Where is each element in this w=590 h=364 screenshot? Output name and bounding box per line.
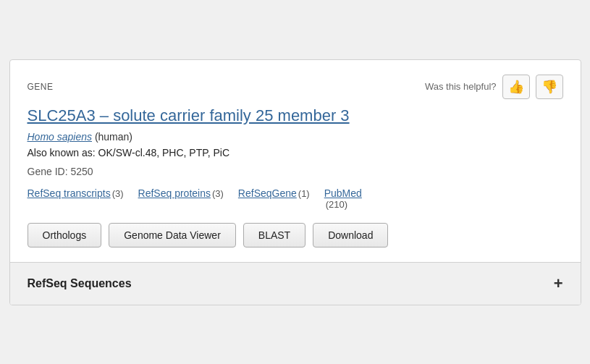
organism-line: Homo sapiens (human) bbox=[28, 131, 563, 143]
refseq-proteins-count: (3) bbox=[212, 188, 224, 199]
pubmed-group: PubMed (210) bbox=[324, 187, 362, 210]
refseq-transcripts-group: RefSeq transcripts (3) bbox=[28, 187, 124, 199]
gene-card: GENE Was this helpful? 👍 👎 SLC25A3 – sol… bbox=[9, 59, 581, 305]
links-row: RefSeq transcripts (3) RefSeq proteins (… bbox=[28, 187, 563, 210]
thumbs-down-button[interactable]: 👎 bbox=[536, 75, 563, 99]
download-button[interactable]: Download bbox=[313, 223, 388, 247]
refseq-transcripts-link[interactable]: RefSeq transcripts bbox=[28, 187, 111, 199]
organism-link[interactable]: Homo sapiens bbox=[28, 131, 93, 143]
also-known: Also known as: OK/SW-cl.48, PHC, PTP, Pi… bbox=[28, 147, 563, 158]
helpful-area: Was this helpful? 👍 👎 bbox=[425, 75, 563, 99]
refseqgene-count: (1) bbox=[298, 188, 310, 199]
expand-icon[interactable]: + bbox=[554, 274, 563, 293]
refseqgene-link[interactable]: RefSeqGene bbox=[238, 187, 297, 199]
pubmed-count: (210) bbox=[326, 199, 362, 210]
top-row: GENE Was this helpful? 👍 👎 bbox=[28, 75, 563, 99]
blast-button[interactable]: BLAST bbox=[243, 223, 305, 247]
genome-data-viewer-button[interactable]: Genome Data Viewer bbox=[109, 223, 236, 247]
thumbs-up-button[interactable]: 👍 bbox=[502, 75, 530, 99]
refseqgene-group: RefSeqGene (1) bbox=[238, 187, 310, 199]
refseq-transcripts-count: (3) bbox=[112, 188, 124, 199]
gene-title[interactable]: SLC25A3 – solute carrier family 25 membe… bbox=[28, 106, 563, 125]
gene-label: GENE bbox=[28, 82, 54, 92]
helpful-text: Was this helpful? bbox=[425, 81, 497, 92]
refseq-proteins-group: RefSeq proteins (3) bbox=[138, 187, 224, 199]
orthologs-button[interactable]: Orthologs bbox=[28, 223, 102, 247]
footer-title: RefSeq Sequences bbox=[28, 277, 132, 290]
footer-section: RefSeq Sequences + bbox=[10, 262, 581, 305]
buttons-row: Orthologs Genome Data Viewer BLAST Downl… bbox=[28, 223, 563, 247]
organism-suffix: (human) bbox=[92, 131, 132, 143]
refseq-proteins-link[interactable]: RefSeq proteins bbox=[138, 187, 211, 199]
pubmed-link[interactable]: PubMed bbox=[324, 187, 362, 199]
pubmed-line: PubMed bbox=[324, 187, 362, 199]
gene-id: Gene ID: 5250 bbox=[28, 166, 563, 177]
main-section: GENE Was this helpful? 👍 👎 SLC25A3 – sol… bbox=[10, 60, 581, 262]
